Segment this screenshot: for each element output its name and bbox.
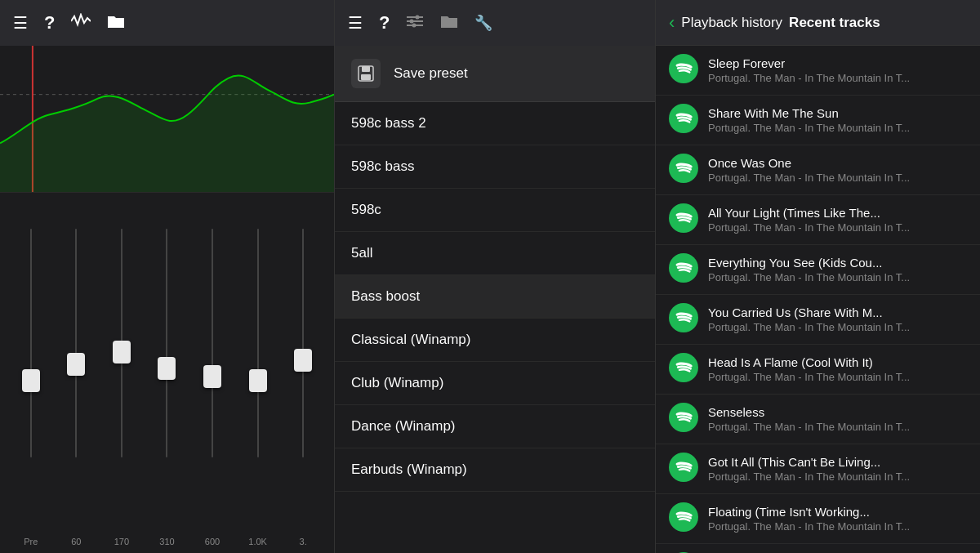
track-item[interactable]: Head Is A Flame (Cool With It)Portugal. … [656, 345, 980, 395]
track-artist: Portugal. The Man - In The Mountain In T… [708, 122, 967, 134]
svg-point-7 [416, 15, 420, 19]
folder-icon[interactable] [107, 14, 125, 33]
preset-item-598c-bass-2[interactable]: 598c bass 2 [335, 102, 655, 145]
presets-menu-icon[interactable]: ☰ [348, 13, 363, 33]
track-item[interactable]: Got It All (This Can't Be Living...Portu… [656, 444, 980, 494]
svg-rect-10 [362, 66, 370, 72]
track-info: Got It All (This Can't Be Living...Portu… [708, 455, 967, 483]
track-name: Everything You See (Kids Cou... [708, 256, 967, 270]
eq-freq-labels: Pre 60 170 310 600 1.0K 3. [0, 533, 334, 553]
track-name: Sleep Forever [708, 56, 967, 70]
slider-1k[interactable] [257, 229, 259, 506]
track-artist: Portugal. The Man - In The Mountain In T… [708, 72, 967, 84]
track-name: Head Is A Flame (Cool With It) [708, 355, 967, 369]
track-name: Floating (Time Isn't Working... [708, 505, 967, 519]
spotify-icon [669, 253, 698, 286]
track-info: SenselessPortugal. The Man - In The Moun… [708, 405, 967, 433]
track-name: Once Was One [708, 156, 967, 170]
track-info: You Carried Us (Share With M...Portugal.… [708, 305, 967, 333]
eq-panel: ☰ ? [0, 0, 335, 553]
slider-3k[interactable] [302, 229, 304, 506]
sliders-container [0, 201, 334, 533]
preset-item-classical[interactable]: Classical (Winamp) [335, 319, 655, 362]
track-artist: Portugal. The Man - In The Mountain In T… [708, 470, 967, 483]
freq-label-310: 310 [150, 537, 183, 546]
help-icon[interactable]: ? [44, 12, 55, 33]
track-item[interactable]: Sleep ForeverPortugal. The Man - In The … [656, 46, 980, 96]
slider-pre[interactable] [30, 229, 32, 506]
freq-label-60: 60 [60, 537, 92, 546]
spotify-icon [669, 453, 698, 485]
spotify-icon [669, 154, 698, 186]
spotify-icon [669, 403, 698, 435]
back-button[interactable]: ‹ [669, 12, 675, 33]
save-preset-button[interactable]: Save preset [335, 46, 655, 102]
track-artist: Portugal. The Man - In The Mountain In T… [708, 221, 967, 234]
track-item[interactable]: You Carried Us (Share With M...Portugal.… [656, 295, 980, 345]
preset-item-598c[interactable]: 598c [335, 189, 655, 232]
presets-list: Save preset 598c bass 2 598c bass 598c 5… [335, 46, 655, 553]
spotify-icon [669, 502, 698, 535]
track-name: You Carried Us (Share With M... [708, 305, 967, 319]
track-item[interactable]: So AmericanPortugal. The Man - In The Mo… [656, 544, 980, 553]
history-title-normal: Playback history [681, 15, 782, 31]
track-name: Got It All (This Can't Be Living... [708, 455, 967, 469]
track-artist: Portugal. The Man - In The Mountain In T… [708, 271, 967, 283]
eq-visualizer [0, 46, 334, 193]
preset-item-dance[interactable]: Dance (Winamp) [335, 405, 655, 448]
slider-600[interactable] [212, 229, 213, 506]
slider-170[interactable] [121, 229, 122, 506]
freq-label-600: 600 [196, 537, 229, 546]
spotify-icon [669, 203, 698, 236]
save-preset-label: Save preset [394, 65, 468, 82]
track-item[interactable]: Share With Me The SunPortugal. The Man -… [656, 96, 980, 145]
track-artist: Portugal. The Man - In The Mountain In T… [708, 371, 967, 383]
track-item[interactable]: Everything You See (Kids Cou...Portugal.… [656, 245, 980, 295]
eq-sliders-area: Pre 60 170 310 600 1.0K 3. [0, 193, 334, 553]
freq-label-1k: 1.0K [242, 537, 274, 546]
freq-label-pre: Pre [15, 537, 47, 546]
preset-item-598c-bass[interactable]: 598c bass [335, 145, 655, 189]
track-artist: Portugal. The Man - In The Mountain In T… [708, 520, 967, 533]
menu-icon[interactable]: ☰ [13, 13, 28, 33]
slider-310[interactable] [166, 229, 167, 506]
presets-folder-icon[interactable] [440, 14, 458, 33]
history-panel: ‹ Playback history Recent tracks Sleep F… [656, 0, 980, 553]
track-info: Share With Me The SunPortugal. The Man -… [708, 106, 967, 134]
preset-item-earbuds[interactable]: Earbuds (Winamp) [335, 448, 655, 492]
track-name: All Your Light (Times Like The... [708, 206, 967, 220]
track-name: Share With Me The Sun [708, 106, 967, 120]
preset-item-5all[interactable]: 5all [335, 232, 655, 275]
freq-label-3k: 3. [287, 537, 319, 546]
spotify-icon [669, 353, 698, 386]
track-info: Sleep ForeverPortugal. The Man - In The … [708, 56, 967, 84]
history-title-bold: Recent tracks [789, 15, 880, 31]
track-info: Once Was OnePortugal. The Man - In The M… [708, 156, 967, 184]
freq-label-170: 170 [105, 537, 138, 546]
presets-help-icon[interactable]: ? [379, 12, 390, 33]
waveform-icon[interactable] [71, 13, 91, 33]
track-info: All Your Light (Times Like The...Portuga… [708, 206, 967, 234]
track-item[interactable]: Floating (Time Isn't Working...Portugal.… [656, 494, 980, 544]
svg-rect-11 [361, 74, 371, 80]
presets-wrench-icon[interactable]: 🔧 [474, 14, 492, 32]
svg-point-8 [412, 23, 416, 27]
spotify-icon [669, 54, 698, 87]
slider-60[interactable] [75, 229, 77, 506]
track-name: Senseless [708, 405, 967, 419]
track-list: Sleep ForeverPortugal. The Man - In The … [656, 46, 980, 553]
track-info: Everything You See (Kids Cou...Portugal.… [708, 256, 967, 283]
track-item[interactable]: SenselessPortugal. The Man - In The Moun… [656, 395, 980, 444]
track-artist: Portugal. The Man - In The Mountain In T… [708, 421, 967, 433]
preset-item-bass-boost[interactable]: Bass boost [335, 275, 655, 319]
preset-item-club[interactable]: Club (Winamp) [335, 362, 655, 405]
track-info: Floating (Time Isn't Working...Portugal.… [708, 505, 967, 533]
track-item[interactable]: Once Was OnePortugal. The Man - In The M… [656, 145, 980, 195]
track-artist: Portugal. The Man - In The Mountain In T… [708, 321, 967, 333]
presets-eq-icon[interactable] [406, 13, 424, 33]
svg-point-6 [410, 19, 414, 23]
history-header: ‹ Playback history Recent tracks [656, 0, 980, 46]
track-item[interactable]: All Your Light (Times Like The...Portuga… [656, 195, 980, 245]
track-artist: Portugal. The Man - In The Mountain In T… [708, 172, 967, 184]
track-info: Head Is A Flame (Cool With It)Portugal. … [708, 355, 967, 383]
